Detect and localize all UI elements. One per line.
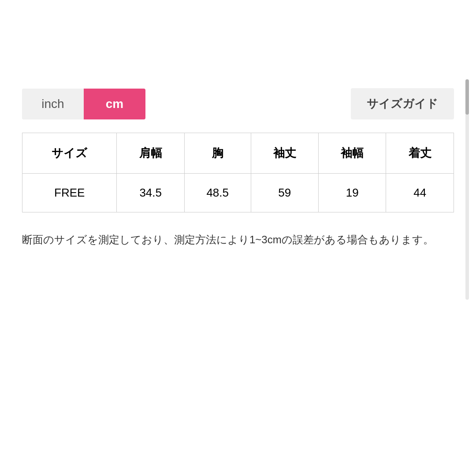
col-header-chest: 胸 [184, 133, 251, 174]
cell-chest: 48.5 [184, 174, 251, 212]
col-header-size: サイズ [22, 133, 117, 174]
cell-sleeve-length: 59 [251, 174, 318, 212]
unit-toggle-row: inch cm サイズガイド [22, 88, 454, 119]
size-table: サイズ 肩幅 胸 袖丈 袖幅 着丈 FREE 34.5 48.5 59 19 4… [22, 133, 454, 212]
scrollbar-thumb[interactable] [465, 79, 469, 115]
cell-length: 44 [386, 174, 454, 212]
col-header-shoulder: 肩幅 [117, 133, 184, 174]
note-text: 断面のサイズを測定しており、測定方法により1~3cmの誤差がある場合もあります。 [22, 226, 454, 253]
cell-sleeve-width: 19 [318, 174, 386, 212]
cell-size: FREE [22, 174, 117, 212]
col-header-sleeve-length: 袖丈 [251, 133, 318, 174]
col-header-length: 着丈 [386, 133, 454, 174]
unit-toggle: inch cm [22, 89, 145, 119]
table-row: FREE 34.5 48.5 59 19 44 [22, 174, 454, 212]
page-wrapper: inch cm サイズガイド サイズ 肩幅 胸 袖丈 袖幅 着丈 FREE 34… [0, 0, 476, 476]
cm-button[interactable]: cm [84, 89, 145, 119]
scrollbar-track[interactable] [465, 79, 469, 300]
size-guide-button[interactable]: サイズガイド [351, 88, 454, 119]
cell-shoulder: 34.5 [117, 174, 184, 212]
inch-button[interactable]: inch [22, 89, 84, 119]
col-header-sleeve-width: 袖幅 [318, 133, 386, 174]
table-header-row: サイズ 肩幅 胸 袖丈 袖幅 着丈 [22, 133, 454, 174]
